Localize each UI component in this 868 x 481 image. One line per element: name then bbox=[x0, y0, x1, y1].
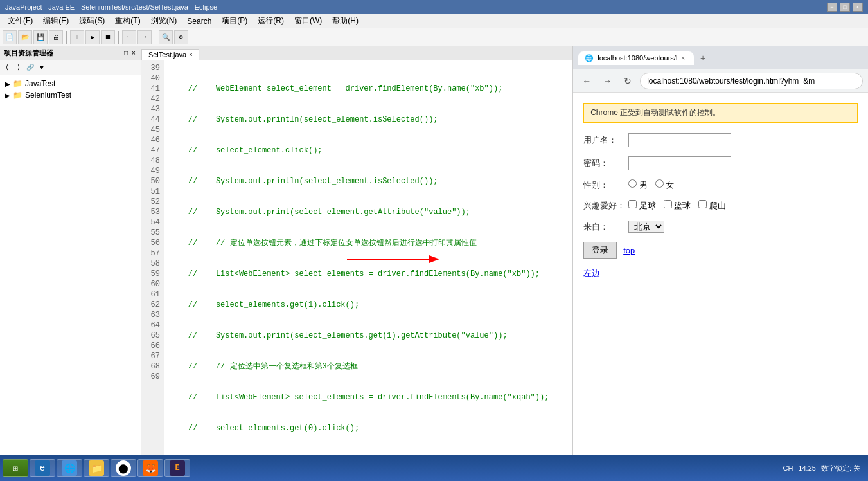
tree-arrow-seleniumtest: ▶ bbox=[5, 92, 10, 99]
gender-radio-group: 男 女 bbox=[628, 179, 674, 191]
code-content[interactable]: // WebElement select_element = driver.fi… bbox=[164, 60, 572, 481]
tree-item-seleniumtest[interactable]: ▶ 📁 SeleniumTest bbox=[3, 89, 138, 101]
sidebar-toolbar: ⟨ ⟩ 🔗 ▼ bbox=[0, 60, 141, 75]
left-link[interactable]: 左边 bbox=[583, 268, 858, 279]
new-tab-button[interactable]: + bbox=[696, 51, 709, 64]
login-button[interactable]: 登录 bbox=[583, 242, 617, 259]
browser-forward-button[interactable]: → bbox=[599, 73, 616, 89]
gender-male-label: 男 bbox=[628, 179, 648, 191]
code-line-47: // System.out.print(select_elements.get(… bbox=[170, 331, 567, 341]
from-select[interactable]: 北京 bbox=[628, 221, 664, 233]
gender-male-radio[interactable] bbox=[628, 179, 637, 188]
interest-basketball-text: 篮球 bbox=[674, 201, 691, 210]
toolbar-print[interactable]: 🖨 bbox=[49, 30, 63, 44]
toolbar-save[interactable]: 💾 bbox=[33, 30, 48, 44]
interests-checkbox-group: 足球 篮球 爬山 bbox=[628, 200, 726, 212]
browser-title-bar: 🌐 localhost:1080/webtours/l × + bbox=[573, 46, 868, 69]
sidebar-minimize-btn[interactable]: − bbox=[115, 50, 121, 57]
sidebar-collapse-btn[interactable]: ⟨ bbox=[1, 62, 13, 73]
browser-back-button[interactable]: ← bbox=[578, 73, 595, 89]
from-label: 来自： bbox=[583, 221, 628, 233]
interest-hiking-checkbox[interactable] bbox=[698, 200, 707, 208]
toolbar-sep-2 bbox=[118, 31, 119, 44]
sidebar-link-btn[interactable]: 🔗 bbox=[24, 62, 36, 73]
toolbar-search[interactable]: 🔍 bbox=[159, 30, 173, 44]
interest-basketball-checkbox[interactable] bbox=[664, 200, 672, 208]
editor-tab-close[interactable]: × bbox=[189, 51, 192, 58]
username-label: 用户名： bbox=[583, 134, 628, 146]
sidebar-close-btn[interactable]: × bbox=[130, 50, 137, 57]
gender-female-radio[interactable] bbox=[655, 179, 664, 188]
taskbar-eclipse-btn[interactable]: E bbox=[164, 459, 190, 477]
menu-window[interactable]: 窗口(W) bbox=[289, 14, 327, 28]
interest-football-text: 足球 bbox=[639, 201, 656, 210]
title-bar: JavaProject - Java EE - SeleniumTest/src… bbox=[0, 0, 868, 14]
menu-search[interactable]: Search bbox=[182, 15, 217, 27]
taskbar-folder-btn[interactable]: 📁 bbox=[84, 459, 109, 477]
toolbar-sep-1 bbox=[66, 31, 67, 44]
taskbar-firefox-btn[interactable]: 🦊 bbox=[137, 459, 163, 477]
main-container: 项目资源管理器 − □ × ⟨ ⟩ 🔗 ▼ ▶ 📁 JavaTest ▶ 📁 S… bbox=[0, 46, 868, 467]
menu-run[interactable]: 运行(R) bbox=[252, 14, 289, 28]
editor-tab-bar: SelTest.java × bbox=[141, 46, 572, 60]
sidebar-expand-btn[interactable]: ⟩ bbox=[13, 62, 24, 73]
taskbar-ch-text: CH bbox=[783, 464, 793, 472]
close-button[interactable]: × bbox=[853, 3, 863, 12]
code-line-43: // System.out.print(select_element.getAt… bbox=[170, 207, 567, 217]
menu-navigate[interactable]: 浏览(N) bbox=[146, 14, 182, 28]
form-row-username: 用户名： bbox=[583, 133, 858, 147]
taskbar-ie-btn[interactable]: e bbox=[30, 459, 55, 477]
browser-tab-label: localhost:1080/webtours/l bbox=[598, 54, 677, 62]
toolbar: 📄 📂 💾 🖨 ⏸ ▶ ⏹ ← → 🔍 ⚙ bbox=[0, 28, 868, 46]
folder-icon-seleniumtest: 📁 bbox=[13, 91, 22, 100]
code-line-48: // // 定位选中第一个复选框和第3个复选框 bbox=[170, 361, 567, 372]
menu-project[interactable]: 项目(P) bbox=[217, 14, 252, 28]
interest-basketball-label: 篮球 bbox=[664, 200, 691, 212]
code-line-41: // select_element.click(); bbox=[170, 145, 567, 156]
tree-area: ▶ 📁 JavaTest ▶ 📁 SeleniumTest bbox=[0, 75, 141, 467]
browser-tab-active[interactable]: 🌐 localhost:1080/webtours/l × bbox=[578, 51, 694, 65]
toolbar-new[interactable]: 📄 bbox=[3, 30, 17, 44]
sidebar-menu-btn[interactable]: ▼ bbox=[36, 62, 48, 73]
interests-label: 兴趣爱好： bbox=[583, 200, 628, 212]
toolbar-forward[interactable]: → bbox=[137, 30, 152, 44]
taskbar-ie2-btn[interactable]: 🌐 bbox=[57, 459, 82, 477]
tree-arrow-javatest: ▶ bbox=[5, 80, 10, 87]
editor-tab-seltest[interactable]: SelTest.java × bbox=[141, 49, 200, 60]
toolbar-stop[interactable]: ⏹ bbox=[101, 30, 115, 44]
maximize-button[interactable]: □ bbox=[840, 3, 850, 12]
taskbar-start-btn[interactable]: ⊞ bbox=[3, 459, 28, 477]
toolbar-settings[interactable]: ⚙ bbox=[174, 30, 188, 44]
toolbar-run[interactable]: ▶ bbox=[85, 30, 100, 44]
browser-tab-close[interactable]: × bbox=[681, 55, 685, 62]
browser-reload-button[interactable]: ↻ bbox=[619, 73, 636, 89]
code-line-45: // List<WebElement> select_elements = dr… bbox=[170, 269, 567, 279]
top-link[interactable]: top bbox=[623, 246, 635, 255]
sidebar-panel-title: 项目资源管理器 − □ × bbox=[0, 46, 141, 60]
sidebar: 项目资源管理器 − □ × ⟨ ⟩ 🔗 ▼ ▶ 📁 JavaTest ▶ 📁 S… bbox=[0, 46, 141, 467]
browser-address-bar[interactable] bbox=[640, 73, 863, 89]
firefox-icon: 🦊 bbox=[143, 460, 158, 476]
browser-nav-bar: ← → ↻ bbox=[573, 69, 868, 93]
tree-item-javatest[interactable]: ▶ 📁 JavaTest bbox=[3, 78, 138, 89]
toolbar-back[interactable]: ← bbox=[122, 30, 136, 44]
taskbar-chrome-btn[interactable]: ⬤ bbox=[111, 459, 136, 477]
code-area[interactable]: 39 40 41 42 43 44 45 46 47 48 49 50 51 5… bbox=[141, 60, 572, 481]
interest-football-checkbox[interactable] bbox=[628, 200, 637, 208]
menu-help[interactable]: 帮助(H) bbox=[327, 14, 364, 28]
editor-container: SelTest.java × 39 40 41 42 43 44 45 46 4… bbox=[141, 46, 573, 481]
username-input[interactable] bbox=[628, 133, 731, 147]
menu-refactor[interactable]: 重构(T) bbox=[110, 14, 145, 28]
form-row-password: 密码： bbox=[583, 156, 858, 170]
password-input[interactable] bbox=[628, 156, 731, 170]
toolbar-debug[interactable]: ⏸ bbox=[70, 30, 84, 44]
minimize-button[interactable]: − bbox=[827, 3, 837, 12]
window-controls: − □ × bbox=[827, 3, 863, 12]
code-line-42: // System.out.println(select_element.isS… bbox=[170, 176, 567, 186]
menu-source[interactable]: 源码(S) bbox=[74, 14, 110, 28]
form-row-from: 来自： 北京 bbox=[583, 221, 858, 233]
sidebar-maximize-btn[interactable]: □ bbox=[123, 50, 129, 57]
menu-edit[interactable]: 编辑(E) bbox=[38, 14, 74, 28]
toolbar-open[interactable]: 📂 bbox=[18, 30, 32, 44]
menu-file[interactable]: 文件(F) bbox=[3, 14, 38, 28]
